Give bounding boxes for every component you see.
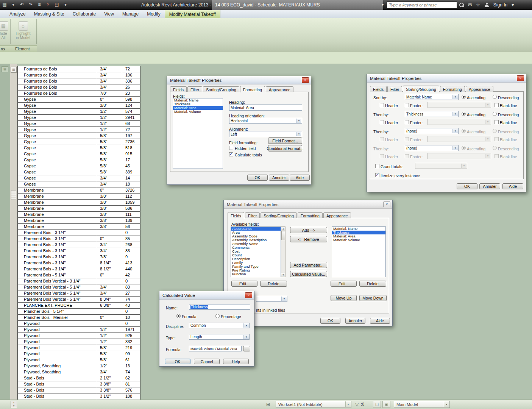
table-row[interactable]: Plywood 5/8" 61	[18, 357, 140, 363]
cell-material-name[interactable]: Parement Bois - 3 1/4"	[18, 248, 97, 254]
cell-value[interactable]: 83	[122, 284, 140, 290]
cell-material-name[interactable]: Parement Bois - 3 1/4"	[18, 236, 97, 242]
cell-value[interactable]: 197	[122, 133, 140, 139]
cell-thickness[interactable]	[97, 321, 122, 326]
cell-material-name[interactable]: Parement Bois - 3 1/4"	[18, 266, 97, 272]
schedule-scroll-buttons[interactable]: ▲▼	[11, 401, 17, 408]
cell-value[interactable]: 18	[122, 181, 140, 187]
cell-thickness[interactable]: 1/2"	[97, 363, 122, 369]
heading-orientation-select[interactable]: Horizontal ▼	[229, 118, 302, 124]
table-row[interactable]: Fourrures de Bois 3/4" 336	[18, 78, 140, 84]
switch-windows-icon[interactable]: ≡	[36, 1, 42, 8]
search-icon[interactable]	[459, 3, 464, 7]
list-item[interactable]: Function	[231, 272, 281, 276]
ok-button[interactable]: OK	[457, 183, 477, 189]
blank-line-checkbox[interactable]	[495, 137, 499, 141]
cell-material-name[interactable]: Fourrures de Bois	[18, 84, 97, 90]
highlight-in-model-button[interactable]: ⌂ Highlight in Model	[12, 21, 34, 40]
dialog-tab[interactable]: Filter	[245, 212, 260, 218]
footer-select[interactable]: ▼	[427, 102, 491, 108]
cell-thickness[interactable]: 5/8"	[97, 157, 122, 163]
cell-value[interactable]: 99	[122, 351, 140, 357]
cell-material-name[interactable]: Membrane	[18, 200, 97, 205]
cell-material-name[interactable]: Plywood	[18, 339, 97, 345]
cell-thickness[interactable]: 3 1/2"	[97, 393, 122, 400]
cell-material-name[interactable]: Parement Bois Vertical - 5 1/4"	[18, 290, 97, 296]
cell-thickness[interactable]: 3/8"	[97, 212, 122, 217]
table-row[interactable]: Plywood, Sheathing 1/2" 13	[18, 363, 140, 369]
dialog-tab[interactable]: Appearance	[323, 212, 351, 218]
name-input[interactable]: Thickness	[189, 304, 250, 310]
cell-value[interactable]: 56	[122, 224, 140, 229]
delete-scheduled-button[interactable]: Delete	[359, 281, 386, 287]
dialog-tab[interactable]: Fields	[228, 212, 244, 219]
add-field-button[interactable]: Add -->	[290, 227, 327, 233]
communication-center-icon[interactable]: ✉	[468, 2, 472, 8]
cell-thickness[interactable]: 5/8"	[97, 133, 122, 139]
sign-in-caret-icon[interactable]: ▾	[512, 2, 514, 8]
editable-only-icon[interactable]: ▣	[382, 401, 390, 408]
cell-thickness[interactable]: 1/2"	[97, 339, 122, 345]
cell-value[interactable]: 0	[122, 309, 140, 314]
cell-material-name[interactable]: Gypse	[18, 139, 97, 145]
cell-material-name[interactable]: Fourrures de Bois	[18, 91, 97, 96]
table-row[interactable]: Parement Bois - 3 1/4" 0	[18, 230, 140, 236]
help-button[interactable]: Help	[223, 359, 249, 364]
redo-icon[interactable]: ↷	[28, 1, 34, 8]
cell-thickness[interactable]: 5/8"	[97, 145, 122, 151]
cell-material-name[interactable]: Plywood	[18, 333, 97, 339]
dialog-title-bar[interactable]: Calculated Value	[159, 291, 254, 300]
footer-checkbox[interactable]	[405, 154, 409, 158]
table-row[interactable]: Parement Bois - 3 1/4" 8 1/2" 440	[18, 266, 140, 272]
discipline-select[interactable]: Common ▼	[189, 323, 250, 328]
ascending-radio[interactable]	[462, 129, 466, 133]
cell-material-name[interactable]: Gypse	[18, 133, 97, 139]
conditional-format-button[interactable]: Conditional Format...	[268, 145, 302, 151]
table-row[interactable]: Gypse 5/8" 915	[18, 151, 140, 157]
table-row[interactable]: Fourrures de Bois 3/4" 72	[18, 66, 140, 72]
ribbon-tab[interactable]: Modify Material Takeoff	[165, 10, 220, 18]
user-icon[interactable]	[484, 3, 489, 8]
cell-material-name[interactable]: Parement Bois - 3 1/4"	[18, 230, 97, 236]
cell-value[interactable]: 925	[122, 333, 140, 339]
footer-checkbox[interactable]	[405, 103, 409, 107]
cell-thickness[interactable]: 0"	[97, 187, 122, 193]
cell-thickness[interactable]	[97, 230, 122, 236]
cell-thickness[interactable]: 3/4"	[97, 290, 122, 296]
cell-thickness[interactable]: 0"	[97, 272, 122, 278]
cell-material-name[interactable]: Stud - Bois	[18, 381, 97, 387]
ok-button[interactable]: OK	[320, 318, 340, 324]
ribbon-tab[interactable]: Collaborate	[69, 10, 100, 18]
sort-by-select[interactable]: Material: Name ▼	[405, 94, 459, 100]
table-row[interactable]: Parement Bois Vertical - 5 1/4" 8 3/4" 7…	[18, 297, 140, 303]
cell-material-name[interactable]: Membrane	[18, 224, 97, 229]
cell-value[interactable]: 111	[122, 212, 140, 217]
cell-value[interactable]: 219	[122, 345, 140, 351]
table-row[interactable]: Plywood 5/8" 99	[18, 351, 140, 357]
blank-line-checkbox[interactable]	[495, 120, 499, 124]
cell-material-name[interactable]: Gypse	[18, 181, 97, 187]
close-icon[interactable]	[245, 292, 252, 298]
table-row[interactable]: Fourrures de Bois 3/4" 106	[18, 72, 140, 78]
scrollbar-thumb[interactable]	[281, 231, 285, 240]
table-row[interactable]: Gypse 0" 598	[18, 97, 140, 103]
cell-material-name[interactable]: Parement Bois - 3 1/4"	[18, 254, 97, 260]
close-icon[interactable]	[383, 201, 390, 207]
cell-thickness[interactable]: 5/8"	[97, 163, 122, 169]
cell-value[interactable]: 413	[122, 260, 140, 266]
ribbon-tab[interactable]: Massing & Site	[30, 10, 69, 18]
table-row[interactable]: Gypse 5/8" 339	[18, 169, 140, 175]
design-option-select[interactable]: Main Model ▼	[394, 401, 450, 408]
cell-value[interactable]: 332	[122, 339, 140, 345]
cell-material-name[interactable]: Fourrures de Bois	[18, 72, 97, 78]
cell-value[interactable]: 61	[122, 357, 140, 363]
dialog-tab[interactable]: Formatting	[298, 212, 323, 218]
ascending-radio[interactable]	[462, 95, 466, 99]
cell-thickness[interactable]: 0"	[97, 97, 122, 102]
cell-thickness[interactable]: 3/4"	[97, 84, 122, 90]
cancel-button[interactable]: Annuler	[345, 318, 365, 324]
then-by-select[interactable]: Thickness ▼	[405, 111, 459, 117]
cell-material-name[interactable]: Membrane	[18, 212, 97, 217]
cell-material-name[interactable]: Gypse	[18, 157, 97, 163]
cell-thickness[interactable]: 3/4"	[97, 72, 122, 78]
